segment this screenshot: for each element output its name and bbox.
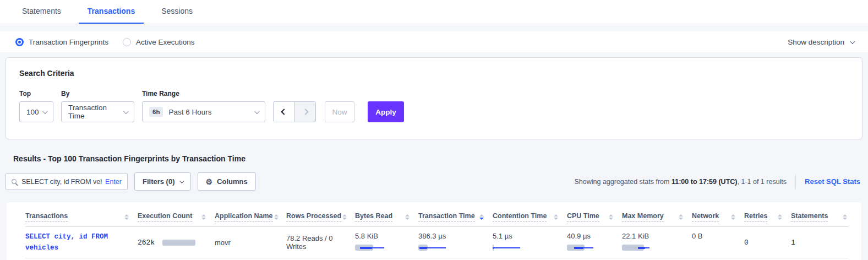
columns-label: Columns: [217, 177, 248, 186]
time-range-select[interactable]: 6h Past 6 Hours: [142, 101, 265, 122]
filters-label: Filters (0): [143, 177, 175, 186]
col-header-application-name: Application Name: [215, 208, 286, 226]
sort-icon-active-desc[interactable]: [478, 213, 485, 221]
search-criteria-title: Search Criteria: [19, 69, 849, 78]
col-header-contention-time: Contention Time: [493, 208, 567, 226]
contention-time-bar: [493, 245, 532, 251]
chevron-down-icon: [850, 39, 855, 44]
top-select[interactable]: 100: [19, 101, 53, 122]
chevron-down-icon: [179, 178, 184, 183]
tab-statements[interactable]: Statements: [13, 7, 70, 24]
gear-icon: ⚙: [206, 178, 213, 186]
search-icon: [12, 179, 17, 184]
cell-application-name: movr: [215, 227, 286, 258]
by-select-value: Transaction Time: [68, 104, 123, 120]
sort-icon[interactable]: [341, 213, 348, 221]
search-criteria-card: Search Criteria Top 100 By Transaction T…: [6, 57, 862, 139]
sort-icon[interactable]: [200, 213, 207, 221]
chevron-down-icon: [42, 109, 48, 114]
tab-sessions[interactable]: Sessions: [152, 7, 201, 24]
col-header-bytes-read: Bytes Read: [355, 208, 418, 226]
search-enter-button[interactable]: Enter: [105, 178, 122, 186]
radio-unselected-icon: [123, 38, 131, 46]
aggregated-stats-text: Showing aggregated stats from 11:00 to 1…: [574, 178, 787, 186]
cell-network: 0 B: [692, 227, 744, 258]
sort-icon[interactable]: [777, 213, 783, 221]
by-label: By: [61, 90, 134, 98]
sort-icon[interactable]: [608, 213, 614, 221]
time-prev-button[interactable]: [274, 102, 294, 122]
cpu-time-bar: [567, 245, 607, 251]
tab-transactions[interactable]: Transactions: [79, 7, 144, 24]
cell-bytes-read: 5.8 KiB: [355, 227, 418, 258]
sql-search-box: Enter: [6, 173, 128, 190]
sort-icon[interactable]: [730, 213, 736, 221]
table-row: SELECT city, id FROM vehicles 262k movr …: [25, 227, 856, 258]
filters-button[interactable]: Filters (0): [134, 172, 191, 191]
cell-transaction-time: 386.3 µs: [418, 227, 493, 258]
results-table: Transactions Execution Count Application…: [7, 202, 861, 260]
cell-transaction: SELECT city, id FROM vehicles: [25, 227, 138, 258]
max-memory-bar: [622, 245, 662, 251]
cell-statements: 1: [791, 227, 856, 258]
execution-count-bar: [162, 240, 202, 246]
time-next-button[interactable]: [294, 102, 315, 122]
chevron-down-icon: [254, 109, 260, 114]
show-description-label: Show description: [788, 38, 844, 46]
chevron-down-icon: [123, 109, 129, 114]
col-header-retries: Retries: [744, 208, 791, 226]
chevron-right-icon: [302, 109, 308, 115]
cell-contention-time: 5.1 µs: [493, 227, 567, 258]
sort-icon[interactable]: [553, 213, 559, 221]
reset-sql-stats-link[interactable]: Reset SQL Stats: [795, 175, 860, 189]
by-select[interactable]: Transaction Time: [61, 101, 134, 122]
time-range-field: Time Range 6h Past 6 Hours: [142, 90, 265, 122]
transaction-time-bar: [418, 245, 458, 251]
time-range-label: Time Range: [142, 90, 265, 98]
cell-max-memory: 22.1 KiB: [622, 227, 692, 258]
results-title: Results - Top 100 Transaction Fingerprin…: [13, 154, 868, 163]
radio-active-executions[interactable]: Active Executions: [123, 38, 195, 46]
chevron-left-icon: [281, 109, 287, 115]
view-toggle-band: Transaction Fingerprints Active Executio…: [0, 31, 868, 52]
apply-button[interactable]: Apply: [368, 101, 404, 122]
columns-button[interactable]: ⚙ Columns: [198, 172, 256, 191]
radio-label: Active Executions: [136, 38, 195, 46]
col-header-max-memory: Max Memory: [622, 208, 692, 226]
cell-rows-processed: 78.2 Reads / 0 Writes: [286, 227, 355, 258]
results-controls: Enter Filters (0) ⚙ Columns Showing aggr…: [6, 172, 860, 191]
col-header-transaction-time: Transaction Time: [418, 208, 493, 226]
page-tabs: Statements Transactions Sessions: [0, 0, 868, 24]
col-header-rows-processed: Rows Processed: [286, 208, 355, 226]
radio-selected-icon: [15, 38, 24, 46]
col-header-transactions: Transactions: [25, 208, 138, 226]
sort-icon[interactable]: [404, 213, 411, 221]
cell-retries: 0: [744, 227, 791, 258]
radio-transaction-fingerprints[interactable]: Transaction Fingerprints: [15, 38, 108, 46]
bytes-read-bar: [355, 245, 395, 251]
time-range-value: Past 6 Hours: [168, 108, 211, 116]
show-description-toggle[interactable]: Show description: [788, 38, 854, 46]
col-header-statements: Statements: [791, 208, 856, 226]
search-input[interactable]: [21, 178, 102, 186]
cell-cpu-time: 40.9 µs: [567, 227, 622, 258]
view-toggle-group: Transaction Fingerprints Active Executio…: [15, 38, 195, 46]
top-label: Top: [19, 90, 53, 98]
table-header-row: Transactions Execution Count Application…: [25, 208, 856, 226]
time-range-badge: 6h: [149, 107, 163, 117]
by-field: By Transaction Time: [61, 90, 134, 122]
col-header-execution-count: Execution Count: [138, 208, 215, 226]
col-header-network: Network: [692, 208, 744, 226]
sort-icon[interactable]: [842, 213, 848, 221]
radio-label: Transaction Fingerprints: [29, 38, 108, 46]
cell-execution-count: 262k: [138, 227, 215, 258]
sort-icon[interactable]: [123, 213, 130, 221]
now-button[interactable]: Now: [325, 101, 354, 122]
sort-icon[interactable]: [678, 213, 684, 221]
time-nav-group: [273, 101, 316, 122]
top-field: Top 100: [19, 90, 53, 122]
sort-icon[interactable]: [273, 213, 280, 221]
transaction-fingerprint-link[interactable]: SELECT city, id FROM vehicles: [25, 231, 124, 253]
col-header-cpu-time: CPU Time: [567, 208, 622, 226]
top-select-value: 100: [26, 108, 39, 116]
